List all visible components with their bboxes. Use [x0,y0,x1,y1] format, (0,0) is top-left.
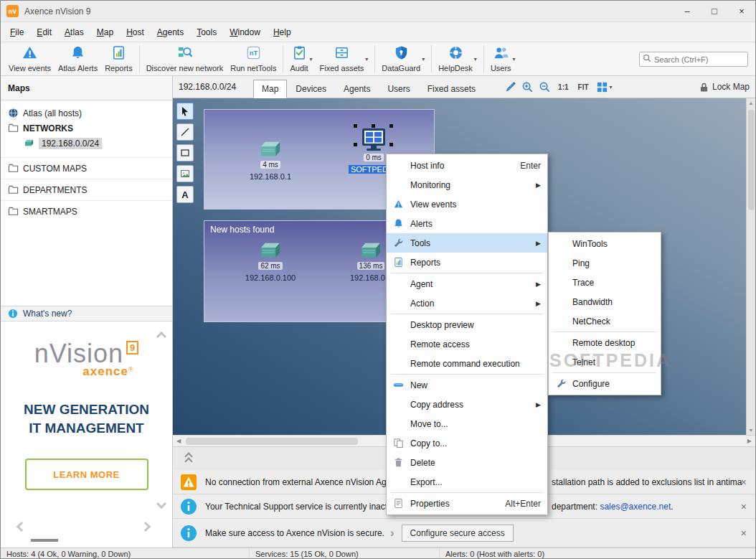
dropdown-arrow-icon[interactable]: ▾ [422,56,425,62]
reports-button[interactable]: Reports [101,44,136,74]
zoom-actual-button[interactable]: 1:1 [556,82,570,93]
tree-item-custom-maps[interactable]: CUSTOM MAPS [1,157,172,172]
close-icon[interactable]: × [741,501,747,512]
menu-item-view-events[interactable]: View events [387,194,547,214]
view-events-button[interactable]: View events [5,44,55,74]
menu-item-reports[interactable]: Reports [387,253,547,272]
menu-item-delete[interactable]: Delete [387,453,547,472]
selection-handle[interactable] [372,124,375,128]
menu-item-new[interactable]: New [387,375,547,395]
scroll-right-chevron[interactable] [141,522,151,532]
menu-item-move-to[interactable]: Move to... [387,414,547,433]
image-tool-button[interactable] [176,165,194,182]
selection-handle[interactable] [389,143,393,146]
tree-item-smartmaps[interactable]: SMARTMAPS [1,200,172,215]
menu-window[interactable]: Window [223,24,267,40]
selection-handle[interactable] [354,124,357,128]
lock-map-button[interactable]: Lock Map [699,82,750,93]
host-192-168-0-100[interactable]: 62 ms 192.168.0.100 [237,241,303,282]
tree-item-networks[interactable]: NETWORKS [1,121,172,136]
dropdown-arrow-icon[interactable]: ▾ [474,56,477,62]
selection-handle[interactable] [389,124,393,128]
tab-fixed-assets[interactable]: Fixed assets [419,80,484,98]
host-192-168-0-1[interactable]: 4 ms 192.168.0.1 [237,140,303,181]
menu-item-monitoring[interactable]: Monitoring ▶ [387,175,547,194]
line-tool-button[interactable] [176,123,194,141]
dropdown-arrow-icon[interactable]: ▾ [365,56,368,62]
scroll-right-arrow-icon[interactable]: ▶ [747,438,752,444]
audit-button[interactable]: Audit ▾ [286,44,316,74]
tab-map[interactable]: Map [253,80,287,98]
close-button[interactable]: × [728,1,755,22]
email-link[interactable]: sales@axence.net [600,502,671,512]
menu-item-copy-address[interactable]: Copy address ▶ [387,395,547,414]
scroll-left-arrow-icon[interactable]: ◀ [176,438,181,444]
submenu-item-remote-desktop[interactable]: Remote desktop [549,333,661,352]
scroll-down-chevron[interactable] [156,499,166,509]
select-tool-button[interactable] [176,103,194,120]
close-icon[interactable]: × [741,476,747,488]
zoom-out-button[interactable] [539,81,551,93]
scroll-down-arrow-icon[interactable]: ▼ [747,428,755,433]
menu-help[interactable]: Help [267,24,298,40]
dropdown-arrow-icon[interactable]: ▾ [513,56,516,62]
menu-item-copy-to[interactable]: Copy to... [387,433,547,453]
whats-new-link[interactable]: What's new? [1,306,172,321]
submenu-item-netcheck[interactable]: NetCheck [549,311,661,331]
discover-network-button[interactable]: Discover new network [143,44,227,74]
hscroll-thumb[interactable] [186,438,358,445]
vscroll-thumb[interactable] [748,110,755,210]
scroll-left-chevron[interactable] [16,522,27,532]
scroll-up-arrow-icon[interactable]: ▲ [747,100,755,105]
menu-edit[interactable]: Edit [30,24,58,40]
menu-item-alerts[interactable]: Alerts [387,214,547,233]
learn-more-button[interactable]: LEARN MORE [25,459,148,490]
atlas-alerts-button[interactable]: Atlas Alerts [55,44,101,74]
helpdesk-button[interactable]: HelpDesk ▾ [435,44,481,74]
run-nettools-button[interactable]: nT Run netTools [227,44,280,74]
dropdown-arrow-icon[interactable]: ▾ [310,56,313,62]
menu-item-export[interactable]: Export... [387,472,547,492]
tab-agents[interactable]: Agents [335,80,379,98]
submenu-item-ping[interactable]: Ping [549,253,661,273]
menu-item-agent[interactable]: Agent ▶ [387,274,547,293]
submenu-item-trace[interactable]: Trace [549,273,661,292]
menu-item-remote-access[interactable]: Remote access [387,334,547,354]
dropdown-arrow-icon[interactable]: ▾ [610,84,613,90]
fixed-assets-button[interactable]: Fixed assets ▾ [316,44,372,74]
menu-item-action[interactable]: Action ▶ [387,293,547,313]
maximize-button[interactable]: □ [701,1,728,22]
sidebar-hscroll-thumb[interactable] [31,539,58,542]
minimize-button[interactable]: – [674,1,701,22]
tab-devices[interactable]: Devices [287,80,335,98]
menu-tools[interactable]: Tools [190,24,223,40]
tree-item-atlas[interactable]: Atlas (all hosts) [1,105,172,121]
tab-users[interactable]: Users [379,80,418,98]
users-button[interactable]: Users ▾ [487,44,519,74]
menu-file[interactable]: File [4,24,30,40]
map-vertical-scrollbar[interactable]: ▲ ▼ [746,98,755,435]
rectangle-tool-button[interactable] [176,144,194,161]
selection-handle[interactable] [354,143,357,146]
submenu-item-wintools[interactable]: WinTools [549,234,661,253]
submenu-item-telnet[interactable]: Telnet [549,352,661,372]
text-tool-button[interactable]: A [176,186,194,203]
submenu-item-configure[interactable]: Configure [549,374,661,393]
menu-item-properties[interactable]: Properties Alt+Enter [387,494,547,513]
zoom-in-button[interactable] [521,81,534,93]
zoom-fit-button[interactable]: FIT [576,82,591,93]
menu-item-host-info[interactable]: Host info Enter [387,156,547,175]
tree-item-departments[interactable]: DEPARTMENTS [1,179,172,194]
submenu-item-bandwidth[interactable]: Bandwidth [549,292,661,311]
menu-item-remote-command-execution[interactable]: Remote command execution [387,354,547,373]
menu-item-tools[interactable]: Tools ▶ [387,233,547,253]
menu-map[interactable]: Map [90,24,120,40]
configure-secure-access-button[interactable]: Configure secure access [402,525,514,542]
dataguard-button[interactable]: DataGuard ▾ [378,44,428,74]
edit-map-button[interactable] [504,81,516,93]
layout-grid-button[interactable]: ▾ [596,81,613,93]
menu-host[interactable]: Host [120,24,151,40]
menu-item-desktop-preview[interactable]: Desktop preview [387,315,547,334]
close-icon[interactable]: × [741,527,747,539]
tree-item-network-192-168-0-0[interactable]: 192.168.0.0/24 [1,136,172,151]
